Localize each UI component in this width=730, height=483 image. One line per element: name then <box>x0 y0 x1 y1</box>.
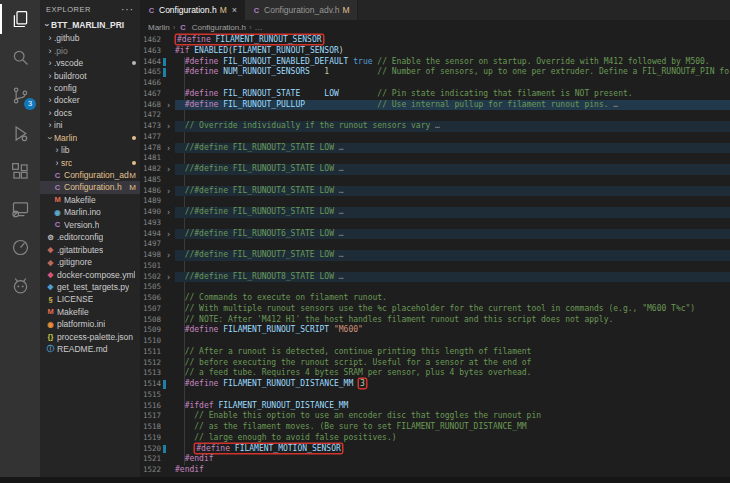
line-number[interactable]: 1517 <box>140 411 161 422</box>
line-number[interactable]: 1512 <box>140 358 161 369</box>
tree-item--editorconfig[interactable]: ⚙.editorconfig <box>40 231 140 243</box>
gutter[interactable] <box>161 368 175 379</box>
explorer-icon[interactable] <box>0 0 40 38</box>
line-number[interactable]: 1507 <box>140 304 161 315</box>
gutter[interactable]: › <box>161 207 175 218</box>
line-number[interactable]: 1521 <box>140 454 161 465</box>
gutter[interactable] <box>161 454 175 465</box>
gutter[interactable] <box>161 325 175 336</box>
line-number[interactable]: 1464 <box>140 57 161 68</box>
code-line[interactable]: 1516 #ifdef FILAMENT_RUNOUT_DISTANCE_MM <box>140 401 730 412</box>
gutter[interactable] <box>161 67 175 78</box>
gutter[interactable]: › <box>161 186 175 197</box>
code-line[interactable]: 1519 // large enough to avoid false posi… <box>140 433 730 444</box>
code-line[interactable]: 1506 // Commands to execute on filament … <box>140 293 730 304</box>
code-line[interactable]: 1472 <box>140 110 730 121</box>
line-number[interactable]: 1515 <box>140 390 161 401</box>
gutter[interactable] <box>161 218 175 229</box>
breadcrumb-item[interactable]: … <box>255 23 263 32</box>
code-line[interactable]: 1478› //#define FIL_RUNOUT2_STATE LOW … <box>140 143 730 154</box>
line-number[interactable]: 1510 <box>140 336 161 347</box>
tree-item-process-palette-json[interactable]: {}process-palette.json <box>40 331 140 343</box>
gutter[interactable] <box>161 401 175 412</box>
gutter[interactable] <box>161 282 175 293</box>
fold-chevron-icon[interactable]: › <box>166 229 171 240</box>
code-line[interactable]: 1513 // a feed tube. Requires 4 bytes SR… <box>140 368 730 379</box>
code-line[interactable]: 1466 <box>140 78 730 89</box>
line-number[interactable]: 1506 <box>140 293 161 304</box>
code-line[interactable]: 1464 #define FIL_RUNOUT_ENABLED_DEFAULT … <box>140 57 730 68</box>
fold-chevron-icon[interactable]: › <box>166 272 171 283</box>
tree-item-readme-md[interactable]: ⓘREADME.md <box>40 343 140 355</box>
gutter[interactable] <box>161 336 175 347</box>
fold-chevron-icon[interactable]: › <box>166 143 171 154</box>
gutter[interactable] <box>161 433 175 444</box>
line-number[interactable]: 1489 <box>140 196 161 207</box>
line-number[interactable]: 1490 <box>140 207 161 218</box>
gutter[interactable] <box>161 293 175 304</box>
line-number[interactable]: 1497 <box>140 239 161 250</box>
line-number[interactable]: 1494 <box>140 229 161 240</box>
line-number[interactable]: 1505 <box>140 282 161 293</box>
gutter[interactable] <box>161 175 175 186</box>
more-actions-icon[interactable]: ··· <box>121 4 134 15</box>
tree-item-license[interactable]: §LICENSE <box>40 293 140 305</box>
code-line[interactable]: 1512 // before executing the runout scri… <box>140 358 730 369</box>
tree-item-docs[interactable]: ›docs <box>40 107 140 119</box>
tree-item-platformio-ini[interactable]: ◉platformio.ini <box>40 318 140 330</box>
code-line[interactable]: 1505 <box>140 282 730 293</box>
tree-item-ini[interactable]: ›ini <box>40 119 140 131</box>
code-line[interactable]: 1514 #define FILAMENT_RUNOUT_DISTANCE_MM… <box>140 379 730 390</box>
line-number[interactable]: 1465 <box>140 67 161 78</box>
tree-item-src[interactable]: ›src <box>40 156 140 168</box>
fold-chevron-icon[interactable]: › <box>166 186 171 197</box>
line-number[interactable]: 1468 <box>140 100 161 111</box>
code-line[interactable]: 1498› //#define FIL_RUNOUT7_STATE LOW … <box>140 250 730 261</box>
code-line[interactable]: 1508 // NOTE: After 'M412 H1' the host h… <box>140 315 730 326</box>
code-line[interactable]: 1465 #define NUM_RUNOUT_SENSORS 1 // Num… <box>140 67 730 78</box>
gutter[interactable] <box>161 46 175 57</box>
code-line[interactable]: 1520 #define FILAMENT_MOTION_SENSOR <box>140 444 730 455</box>
gutter[interactable] <box>161 132 175 143</box>
code-line[interactable]: 1517 // Enable this option to use an enc… <box>140 411 730 422</box>
line-number[interactable]: 1501 <box>140 261 161 272</box>
search-icon[interactable] <box>0 38 40 76</box>
clock-icon[interactable] <box>0 228 40 266</box>
gutter[interactable] <box>161 78 175 89</box>
gutter[interactable] <box>161 315 175 326</box>
code-line[interactable]: 1477 <box>140 132 730 143</box>
gutter[interactable]: › <box>161 143 175 154</box>
tree-item-marlin[interactable]: ›Marlin <box>40 132 140 144</box>
line-number[interactable]: 1509 <box>140 325 161 336</box>
source-control-icon[interactable]: 3 <box>0 76 40 114</box>
tree-item--pio[interactable]: ›.pio <box>40 44 140 56</box>
code-line[interactable]: 1473› // Override individually if the ru… <box>140 121 730 132</box>
gutter[interactable] <box>161 239 175 250</box>
line-number[interactable]: 1466 <box>140 78 161 89</box>
close-icon[interactable]: × <box>232 5 237 15</box>
line-number[interactable]: 1520 <box>140 444 161 455</box>
gutter[interactable] <box>161 390 175 401</box>
code-line[interactable]: 1481 <box>140 153 730 164</box>
code-line[interactable]: 1521 #endif <box>140 454 730 465</box>
code-line[interactable]: 1494› //#define FIL_RUNOUT6_STATE LOW … <box>140 229 730 240</box>
line-number[interactable]: 1522 <box>140 465 161 476</box>
tree-item--github[interactable]: ›.github <box>40 32 140 44</box>
tree-item-configuration-h[interactable]: CConfiguration.hM <box>40 181 140 193</box>
tree-item-docker[interactable]: ›docker <box>40 94 140 106</box>
gutter[interactable] <box>161 153 175 164</box>
line-number[interactable]: 1482 <box>140 164 161 175</box>
tree-item-lib[interactable]: ›lib <box>40 144 140 156</box>
fold-chevron-icon[interactable]: › <box>166 207 171 218</box>
code-line[interactable]: 1467 #define FIL_RUNOUT_STATE LOW // Pin… <box>140 89 730 100</box>
tree-item-makefile[interactable]: MMakefile <box>40 194 140 206</box>
line-number[interactable]: 1514 <box>140 379 161 390</box>
code-line[interactable]: 1522#endif <box>140 465 730 476</box>
code-line[interactable]: 1485 <box>140 175 730 186</box>
tree-item-config[interactable]: ›config <box>40 82 140 94</box>
fold-chevron-icon[interactable]: › <box>166 100 171 111</box>
gutter[interactable] <box>161 379 175 390</box>
code-line[interactable]: 1490› //#define FIL_RUNOUT5_STATE LOW … <box>140 207 730 218</box>
tab-configuration-adv-h[interactable]: CConfiguration_adv.hM <box>245 0 358 20</box>
tree-item--gitignore[interactable]: ◆.gitignore <box>40 256 140 268</box>
